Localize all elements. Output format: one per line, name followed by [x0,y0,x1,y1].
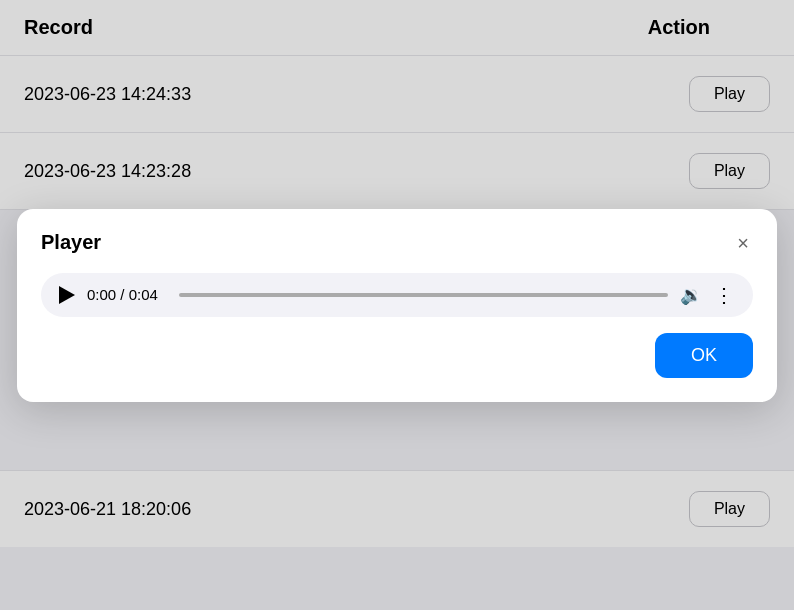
player-play-button[interactable] [59,286,75,304]
player-time-display: 0:00 / 0:04 [87,286,167,303]
modal-footer: OK [41,333,753,378]
player-progress-bar[interactable] [179,293,668,297]
modal-overlay: Player × 0:00 / 0:04 🔉 ⋮ OK [0,0,794,610]
player-play-icon [59,286,75,304]
player-modal: Player × 0:00 / 0:04 🔉 ⋮ OK [17,209,777,402]
more-options-icon[interactable]: ⋮ [714,283,735,307]
audio-player: 0:00 / 0:04 🔉 ⋮ [41,273,753,317]
modal-header: Player × [41,229,753,257]
volume-icon[interactable]: 🔉 [680,284,702,306]
modal-close-button[interactable]: × [733,229,753,257]
modal-title: Player [41,231,101,254]
ok-button[interactable]: OK [655,333,753,378]
